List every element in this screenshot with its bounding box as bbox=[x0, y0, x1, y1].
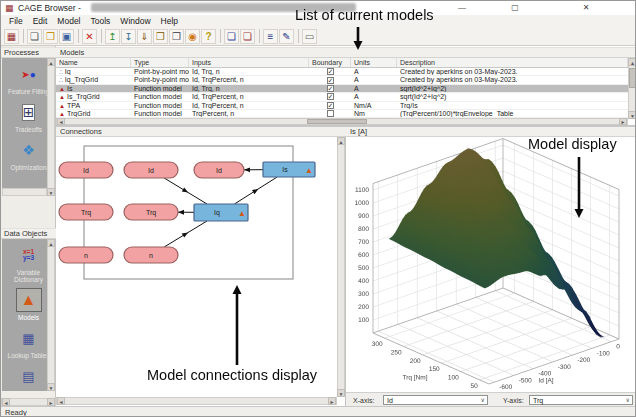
export-models-icon[interactable]: ↧ bbox=[121, 29, 136, 44]
column-header-units[interactable]: Units bbox=[351, 58, 397, 67]
node-label: n bbox=[84, 252, 88, 259]
menu-model[interactable]: Model bbox=[52, 15, 85, 27]
display-controls: X-axis: Id ∨ Y-axis: Trq ∨ bbox=[346, 392, 636, 406]
column-header-type[interactable]: Type bbox=[131, 58, 189, 67]
import-data-icon[interactable]: ⇓ bbox=[137, 29, 152, 44]
save-file-icon[interactable]: ▣ bbox=[59, 29, 74, 44]
y-axis-select[interactable]: Trq ∨ bbox=[529, 395, 633, 405]
checkbox-checked[interactable]: ✓ bbox=[327, 68, 334, 75]
processes-scrollbar[interactable]: ▲▼ bbox=[47, 58, 55, 196]
edit-notes-icon[interactable]: ✎ bbox=[279, 29, 294, 44]
model-type-cell: Point-by-point model bbox=[131, 76, 189, 83]
x-axis-select[interactable]: Id ∨ bbox=[383, 395, 488, 405]
model-description-cell: sqrt(Id^2+Iq^2) bbox=[397, 85, 628, 92]
edit-precedence-icon[interactable]: ≡ bbox=[263, 29, 278, 44]
function-model-icon: ▲ bbox=[59, 93, 65, 100]
model-name-cell: ▲Is bbox=[56, 85, 131, 92]
close-button[interactable]: ✕ bbox=[577, 2, 595, 13]
checkbox-checked[interactable]: ✓ bbox=[327, 102, 334, 109]
model-boundary-cell[interactable]: ✓ bbox=[309, 102, 351, 109]
node-label: Id bbox=[216, 167, 222, 174]
status-text: Ready bbox=[5, 408, 27, 417]
surface-plot[interactable] bbox=[346, 137, 636, 392]
model-units-cell: A bbox=[351, 85, 397, 92]
window-title: CAGE Browser - bbox=[18, 3, 81, 13]
menu-file[interactable]: File bbox=[4, 15, 28, 27]
copy-icon[interactable]: ❐ bbox=[169, 29, 184, 44]
menu-window[interactable]: Window bbox=[115, 15, 155, 27]
package-icon[interactable]: ❒ bbox=[153, 29, 168, 44]
chevron-down-icon: ∨ bbox=[626, 396, 630, 405]
column-header-description[interactable]: Description bbox=[397, 58, 628, 67]
model-row-is-trqgrid[interactable]: ▲Is_TrqGridFunction modelId, TrqPercent,… bbox=[56, 93, 628, 101]
model-row-is[interactable]: ▲IsFunction modelId, Trq, n✓Asqrt(Id^2+I… bbox=[56, 85, 628, 93]
column-header-name[interactable]: Name bbox=[56, 58, 131, 67]
new-file-icon[interactable]: ❏ bbox=[27, 29, 42, 44]
models-table-vscrollbar[interactable]: ▲▼ bbox=[628, 58, 636, 119]
toolbar: ▦❏❐▣✕↥↧⇓❒❐◉?❏❏≡✎▭ bbox=[1, 27, 636, 46]
menu-edit[interactable]: Edit bbox=[28, 15, 53, 27]
model-boundary-cell[interactable]: ✓ bbox=[309, 85, 351, 92]
column-header-inputs[interactable]: Inputs bbox=[189, 58, 309, 67]
model-boundary-cell[interactable]: ✓ bbox=[309, 93, 351, 100]
model-description-cell: sqrt(Id^2+Iq^2) bbox=[397, 93, 628, 100]
open-file-icon[interactable]: ❐ bbox=[43, 29, 58, 44]
switch-view-icon[interactable]: ◉ bbox=[185, 29, 200, 44]
model-units-cell: A bbox=[351, 93, 397, 100]
model-inputs-cell: Id, Trq, n bbox=[189, 68, 309, 75]
model-description-cell: (TrqPercent/100)*trqEnvelope_Table bbox=[397, 110, 628, 117]
model-description-cell: Created by aperkins on 03-May-2023. bbox=[397, 68, 628, 75]
models-table-hscrollbar[interactable]: ◄► bbox=[56, 118, 628, 125]
menu-help[interactable]: Help bbox=[156, 15, 183, 27]
import-models-icon[interactable]: ↥ bbox=[105, 29, 120, 44]
toolbar-separator bbox=[298, 29, 299, 43]
model-boundary-cell[interactable] bbox=[309, 110, 351, 117]
function-model-icon: ▲ bbox=[59, 102, 65, 109]
variable-dictionary-icon: x=1y=3 bbox=[16, 243, 42, 267]
checkbox-checked[interactable]: ✓ bbox=[327, 85, 334, 92]
help-icon[interactable]: ? bbox=[201, 29, 216, 44]
toolbar-separator bbox=[101, 29, 102, 43]
sidebar-hscrollbar[interactable]: ◄► bbox=[1, 398, 56, 406]
model-units-cell: Nm/A bbox=[351, 102, 397, 109]
x-axis-value: Id bbox=[387, 397, 393, 404]
model-boundary-cell[interactable]: ✓ bbox=[309, 68, 351, 75]
checkbox-checked[interactable]: ✓ bbox=[327, 77, 334, 84]
maximize-button[interactable]: ▢ bbox=[506, 2, 524, 13]
model-name-cell: ▲TPA bbox=[56, 102, 131, 109]
model-row-tpa[interactable]: ▲TPAFunction modelId, TrqPercent, n✓Nm/A… bbox=[56, 102, 628, 110]
model-row-iq-trqgrid[interactable]: ∴Iq_TrqGridPoint-by-point modelId, TrqPe… bbox=[56, 76, 628, 84]
delete-icon[interactable]: ✕ bbox=[82, 29, 97, 44]
model-row-iq[interactable]: ∴IqPoint-by-point modelId, Trq, n✓ACreat… bbox=[56, 68, 628, 76]
arrowhead-icon bbox=[178, 210, 184, 215]
processes-hscrollbar[interactable] bbox=[2, 188, 47, 196]
feature-filling-icon: ➤● bbox=[16, 62, 42, 86]
cage-browser-icon[interactable]: ▦ bbox=[4, 29, 19, 44]
node-label: Id bbox=[83, 167, 89, 174]
column-header-boundary[interactable]: Boundary bbox=[309, 58, 351, 67]
data-objects-scrollbar[interactable]: ▲▼ bbox=[47, 239, 55, 391]
arrowhead-icon bbox=[182, 187, 188, 192]
matlab-logo-icon: ▲ bbox=[238, 209, 246, 218]
connections-diagram[interactable]: IdTrqnIdTrqnIdIq▲Is▲ bbox=[56, 137, 337, 390]
import-report-icon[interactable]: ❏ bbox=[240, 29, 255, 44]
point-by-point-model-icon: ∴ bbox=[59, 76, 63, 83]
checkbox-unchecked[interactable] bbox=[327, 110, 334, 117]
connections-vscrollbar[interactable]: ▲▼ bbox=[337, 137, 345, 397]
model-boundary-cell[interactable]: ✓ bbox=[309, 76, 351, 83]
window-layout-icon[interactable]: ▭ bbox=[302, 29, 317, 44]
model-type-cell: Point-by-point model bbox=[131, 68, 189, 75]
y-axis-label: Y-axis: bbox=[503, 397, 524, 404]
connections-hscrollbar[interactable]: ◄► bbox=[56, 397, 337, 405]
node-label: Iq bbox=[214, 209, 220, 217]
export-report-icon[interactable]: ❏ bbox=[224, 29, 239, 44]
menu-tools[interactable]: Tools bbox=[86, 15, 116, 27]
minimize-button[interactable]: — bbox=[453, 2, 471, 13]
toolbar-separator bbox=[259, 29, 260, 43]
model-inputs-cell: TrqPercent, n bbox=[189, 110, 309, 117]
annotation-models-list: List of current models bbox=[295, 7, 434, 23]
toolbar-separator bbox=[78, 29, 79, 43]
model-description-cell: Trq/Is bbox=[397, 102, 628, 109]
checkbox-checked[interactable]: ✓ bbox=[327, 93, 334, 100]
status-bar: Ready bbox=[1, 406, 636, 417]
